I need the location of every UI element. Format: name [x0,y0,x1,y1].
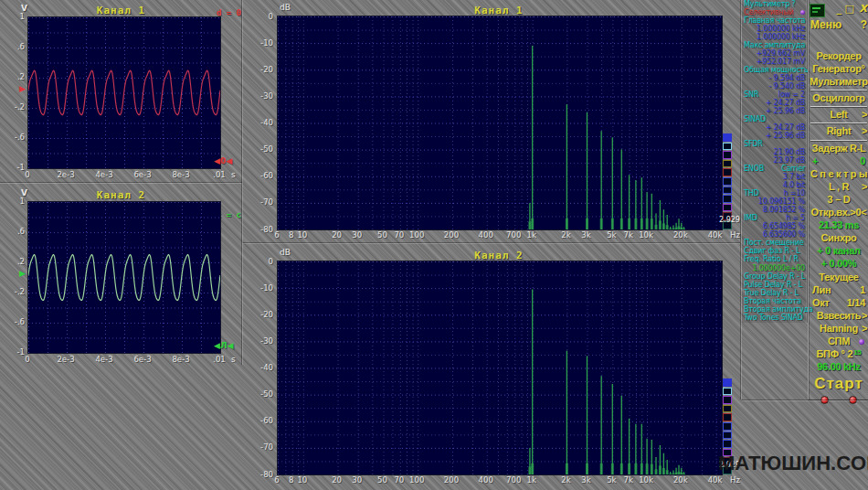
legend-color-swatch[interactable] [723,168,732,176]
menu-item-spm[interactable]: СПМ [809,336,868,348]
menu-item-lin[interactable]: Лин1 [809,284,868,297]
axis-tick-label: 3k [581,230,590,240]
legend-color-swatch[interactable] [723,204,732,212]
trace-color-legend [723,133,732,229]
legend-color-swatch[interactable] [723,195,732,203]
app-icon[interactable] [810,4,825,17]
axis-tick-label: 0 [245,257,273,266]
axis-tick-label: -70 [245,197,273,207]
multimeter-row: SINAD [742,115,807,123]
axis-tick-label: -60 [245,171,273,180]
minimize-button[interactable]: _ [837,3,842,15]
menu-item-left[interactable]: Left> [809,109,868,122]
axis-tick-label: -50 [245,144,273,154]
axis-tick-label: 10 [297,230,307,240]
x-axis-unit: Hz [730,475,740,485]
legend-color-swatch[interactable] [723,440,732,448]
menu-item-lr[interactable]: L , R> [809,181,868,194]
scope-plot-area[interactable] [27,201,221,354]
spectrum-panel-channel-2: Канал 2 dB 2.929 Hz 0-10-20-30-40-50-60-… [243,245,742,490]
menu-item-oct[interactable]: Окт1/14 [809,297,868,310]
multimeter-row: 3.7 bit [742,173,807,181]
multimeter-row: Group Delay R - L [742,272,807,281]
titlebar: _ □ X [809,3,868,17]
axis-tick-label: 5k [607,230,616,240]
scope-marker-tag[interactable]: ◀Л◀ [214,341,233,350]
menu-item-sync[interactable]: Синхро [809,232,868,245]
legend-color-swatch[interactable] [723,177,732,186]
multimeter-row: 6.635600 % [742,230,807,239]
menu-item-generator[interactable]: Генератор° [809,63,868,76]
menu-item-multimeter[interactable]: Мультиметр [809,76,868,89]
legend-color-swatch[interactable] [723,143,732,151]
help-button[interactable]: ? [861,18,867,31]
scope-trace-svg [28,202,220,353]
multimeter-row: 1.000000 kHz [742,25,807,33]
legend-color-swatch[interactable] [723,388,732,396]
axis-tick-label: 5k [607,475,616,485]
multimeter-row: ENOBCarrier [742,165,807,173]
menu-item-current[interactable]: Текущее [809,272,868,284]
multimeter-row: Макс амплитуда [742,41,807,49]
menu-item-weighting[interactable]: Взвесить> [809,310,868,323]
legend-color-swatch[interactable] [723,422,732,431]
axis-tick-label: 1 [2,12,25,21]
menu-item-oscilloscope[interactable]: Осциллогр [809,92,868,105]
menu-item-3d[interactable]: 3 – D [809,194,868,207]
legend-color-swatch[interactable] [723,413,732,421]
axis-tick-label: 7k [623,475,632,485]
x-axis-unit: s [231,170,236,179]
axis-tick-label: .2 [2,257,25,266]
menu-item-samplerate[interactable]: 96.00 kHz [809,361,868,374]
axis-tick-label: -1 [2,163,25,172]
chevron-right-icon: > [862,310,867,321]
axis-tick-label: 2e-3 [57,355,74,364]
legend-color-swatch[interactable] [723,151,732,159]
panel-divider [742,399,868,400]
menu-item-sync-percent[interactable]: + 0.00% [809,258,868,271]
menu-item-hanning[interactable]: Hanning> [809,323,868,336]
legend-color-swatch[interactable] [723,186,732,195]
menu-item-fft[interactable]: БПФ ° 215 [809,348,868,361]
menu-item-delay-rl[interactable]: Задерж R-L [809,143,868,155]
oscilloscope-panel-channel-1: Канал 1 V d = 0 ▶ ◀0◀ s 1.6.2-.2-.6-102e… [0,0,242,180]
trigger-level-marker[interactable]: ▶ [19,84,26,93]
spectrum-plot-area[interactable] [277,16,723,230]
axis-tick-label: 2k [561,230,570,240]
legend-color-swatch[interactable] [723,378,732,387]
menu-separator [810,140,867,142]
menu-item-delay-value[interactable]: +0 [809,155,868,168]
axis-tick-label: 1k [526,475,535,485]
axis-tick-label: 10k [639,230,653,240]
legend-color-swatch[interactable] [723,431,732,440]
axis-tick-label: 20k [673,475,688,485]
axis-tick-label: 8 [289,475,293,485]
axis-tick-label: 4e-3 [95,170,112,179]
multimeter-row: + 25.96 dB [742,132,807,140]
menu-item-spectra[interactable]: С п е к т р ы [809,168,868,181]
menu-item-right[interactable]: Right> [809,125,868,138]
menu-item-open-input[interactable]: Откр.вх.>0< [809,207,868,219]
cursor-readout-value: 2.929 [719,216,740,224]
close-button[interactable]: X [860,3,867,15]
legend-color-swatch[interactable] [723,396,732,404]
panel-divider [0,182,242,183]
axis-tick-label: 40k [708,230,723,240]
axis-tick-label: -.6 [2,317,25,326]
legend-color-swatch[interactable] [723,160,732,168]
menu-separator [810,106,867,108]
legend-color-swatch[interactable] [723,405,732,413]
menu-button[interactable]: Меню [810,18,842,31]
scope-plot-area[interactable] [27,16,221,169]
legend-color-swatch[interactable] [723,133,732,142]
menu-item-start[interactable]: Старт [809,374,868,394]
scope-marker-tag[interactable]: ◀0◀ [214,156,232,165]
axis-tick-label: 1k [526,230,535,240]
menu-item-sync-channel[interactable]: + 0 канал [809,245,868,258]
maximize-button[interactable]: □ [845,3,854,15]
spectrum-plot-area[interactable] [277,261,723,475]
menu-item-window-ms[interactable]: 21.33 ms [809,219,868,232]
spectrum-panel-channel-1: Канал 1 dB 2.929 Hz 0-10-20-30-40-50-60-… [243,0,742,241]
menu-item-recorder[interactable]: Рекордер [809,50,868,63]
trigger-level-marker[interactable]: ▶ [19,269,26,278]
